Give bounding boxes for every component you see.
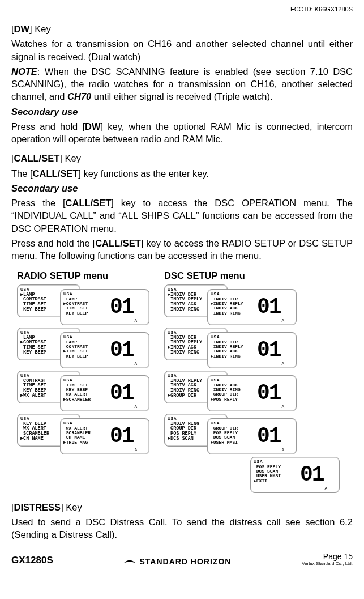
lcd-display-large: USA POS REPLY DCS SCAN USER MMSI▶EXIT01A <box>250 457 340 493</box>
lcd-pair: USA▶LAMP CONTRAST TIME SET KEY BEEPUSA L… <box>17 284 147 326</box>
lcd-display-large: USA GROUP DIR POS REPLY DCS SCAN▶USER MM… <box>207 418 297 454</box>
footer-right: Page 15 Vertex Standard Co., Ltd. <box>302 552 353 566</box>
lcd-menu-line: ▶SCRAMBLER <box>63 397 108 402</box>
ch70-label: CH70 <box>67 91 91 101</box>
radio-lcd-stack: USA▶LAMP CONTRAST TIME SET KEY BEEPUSA L… <box>17 284 147 456</box>
lcd-pair: USA INDIV RING GROUP DIR POS REPLY▶DCS S… <box>164 414 294 456</box>
dw-sec-use-body: Press and hold [DW] key, when the option… <box>11 120 353 146</box>
lcd-sub-indicator: A <box>135 405 138 409</box>
footer-brand: STANDARD HORIZON <box>123 557 231 566</box>
cs-l1b: ] key functions as the enter key. <box>78 168 209 179</box>
lcd-sub-indicator: A <box>135 318 138 322</box>
callset-key-heading: [CALL/SET] Key <box>11 152 353 164</box>
lcd-region-indicator: USA <box>211 421 255 425</box>
cs-p2a: Press the [ <box>11 198 66 208</box>
dsc-lcd-stack: USA▶INDIV DIR INDIV REPLY INDIV ACK INDI… <box>164 284 294 494</box>
lcd-display-large: USA WX ALERT SCRAMBLER CH NAME▶TRUE MAG0… <box>60 418 149 454</box>
footer-company: Vertex Standard Co., Ltd. <box>302 561 353 566</box>
cs-l1a: The [ <box>11 168 33 179</box>
note-label: NOTE <box>11 66 37 77</box>
lcd-display-large: USA LAMP CONTRAST▶TIME SET KEY BEEP01A <box>60 332 149 368</box>
lcd-menu-line: ▶TRUE MAG <box>63 440 108 445</box>
dw-sec-key: DW <box>85 121 101 131</box>
lcd-region-indicator: USA <box>254 460 298 464</box>
fcc-id: FCC ID: K66GX1280S <box>11 6 353 12</box>
lcd-display-large: USA LAMP▶CONTRAST TIME SET KEY BEEP01A <box>60 289 149 325</box>
lcd-region-indicator: USA <box>63 292 108 296</box>
footer-page: Page 15 <box>302 552 353 561</box>
dw-sec-a: Press and hold [ <box>11 121 85 131</box>
distress-key-suffix: Key <box>63 502 82 512</box>
callset-sec-use-label: Secondary use <box>11 182 353 194</box>
lcd-region-indicator: USA <box>63 378 108 382</box>
lcd-pair: USA POS REPLY DCS SCAN USER MMSI▶EXIT01A <box>164 457 294 494</box>
dw-key-label: DW <box>14 24 30 34</box>
lcd-display-large: USA INDIV DIR INDIV REPLY INDIV ACK▶INDI… <box>207 332 297 368</box>
radio-menu-column: RADIO SETUP menu USA▶LAMP CONTRAST TIME … <box>17 270 147 494</box>
lcd-channel-number: 01 <box>108 339 134 361</box>
lcd-sub-indicator: A <box>135 362 138 366</box>
cs-p2k: CALL/SET <box>66 198 112 208</box>
lcd-pair: USA CONTRAST TIME SET KEY BEEP▶WX ALERTU… <box>17 371 147 413</box>
lcd-menu-line: ▶POS REPLY <box>211 397 255 402</box>
footer-model: GX1280S <box>11 555 53 566</box>
lcd-region-indicator: USA <box>63 335 108 339</box>
lcd-region-indicator: USA <box>63 421 108 425</box>
callset-section: [CALL/SET] Key The [CALL/SET] key functi… <box>11 152 353 262</box>
menus-row: RADIO SETUP menu USA▶LAMP CONTRAST TIME … <box>17 270 353 494</box>
distress-key-label: DISTRESS <box>14 502 61 512</box>
lcd-region-indicator: USA <box>211 292 255 296</box>
lcd-display-large: USA INDIV DIR▶INDIV REPLY INDIV ACK INDI… <box>207 289 297 325</box>
dw-para1: Watches for a transmission on CH16 and a… <box>11 37 353 63</box>
dw-note-b: until either signal is received (Triple … <box>91 91 272 101</box>
callset-key-suffix: Key <box>62 153 81 163</box>
lcd-menu-line: KEY BEEP <box>63 354 108 359</box>
lcd-channel-number: 01 <box>255 296 281 318</box>
dsc-menu-column: DSC SETUP menu USA▶INDIV DIR INDIV REPLY… <box>164 270 294 494</box>
callset-line1: The [CALL/SET] key functions as the ente… <box>11 167 353 180</box>
lcd-region-indicator: USA <box>211 335 255 339</box>
callset-p2: Press the [CALL/SET] key to access the D… <box>11 197 353 235</box>
lcd-channel-number: 01 <box>108 383 134 404</box>
dw-key-suffix: Key <box>32 24 51 34</box>
lcd-pair: USA INDIV DIR INDIV REPLY▶INDIV ACK INDI… <box>164 328 294 369</box>
lcd-sub-indicator: A <box>282 362 285 366</box>
dw-sec-use-label: Secondary use <box>11 105 353 118</box>
lcd-menu-line: KEY BEEP <box>63 311 108 316</box>
lcd-sub-indicator: A <box>282 405 285 409</box>
dsc-menu-title: DSC SETUP menu <box>164 270 294 281</box>
distress-section: [DISTRESS] Key Used to send a DSC Distre… <box>11 501 353 541</box>
lcd-sub-indicator: A <box>325 486 328 490</box>
lcd-pair: USA LAMP▶CONTRAST TIME SET KEY BEEPUSA L… <box>17 328 147 369</box>
brand-swoosh-icon <box>123 558 136 566</box>
cs-p3k: CALL/SET <box>95 238 141 248</box>
lcd-pair: USA▶INDIV DIR INDIV REPLY INDIV ACK INDI… <box>164 284 294 326</box>
lcd-channel-number: 01 <box>298 464 324 486</box>
page-footer: GX1280S STANDARD HORIZON Page 15 Vertex … <box>11 551 353 566</box>
lcd-channel-number: 01 <box>108 296 134 318</box>
cs-l1k: CALL/SET <box>33 168 79 179</box>
lcd-sub-indicator: A <box>135 448 138 452</box>
lcd-sub-indicator: A <box>282 318 285 322</box>
lcd-channel-number: 01 <box>255 383 281 404</box>
lcd-pair: USA KEY BEEP WX ALERT SCRAMBLER▶CH NAMEU… <box>17 414 147 456</box>
lcd-menu-line: ▶EXIT <box>254 479 298 483</box>
lcd-channel-number: 01 <box>255 426 281 447</box>
lcd-channel-number: 01 <box>255 339 281 361</box>
lcd-menu-line: ▶USER MMSI <box>211 440 255 445</box>
distress-key-heading: [DISTRESS] Key <box>11 501 353 513</box>
lcd-pair: USA INDIV REPLY INDIV ACK INDIV RING▶GRO… <box>164 371 294 413</box>
dw-key-heading: [DW] Key <box>11 23 353 35</box>
callset-key-label: CALL/SET <box>14 153 60 163</box>
brand-text: STANDARD HORIZON <box>139 557 231 566</box>
distress-body: Used to send a DSC Distress Call. To sen… <box>11 516 353 541</box>
lcd-menu-line: ▶INDIV RING <box>211 354 255 359</box>
dw-section: [DW] Key Watches for a transmission on C… <box>11 23 353 145</box>
lcd-display-large: USA TIME SET KEY BEEP WX ALERT▶SCRAMBLER… <box>60 375 149 411</box>
callset-p3: Press and hold the [CALL/SET] key to acc… <box>11 237 353 262</box>
dw-note: NOTE: When the DSC SCANNING feature is e… <box>11 65 353 103</box>
radio-menu-title: RADIO SETUP menu <box>17 270 147 281</box>
lcd-region-indicator: USA <box>211 378 255 382</box>
cs-p3a: Press and hold the [ <box>11 238 95 248</box>
lcd-channel-number: 01 <box>108 426 134 447</box>
